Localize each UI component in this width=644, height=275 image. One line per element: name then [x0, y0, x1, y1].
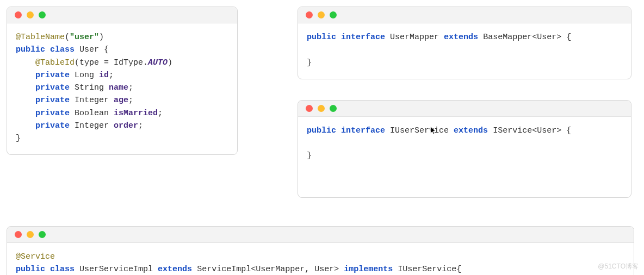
maximize-icon[interactable] [39, 231, 46, 238]
maximize-icon[interactable] [330, 105, 337, 112]
code-token: ) [168, 58, 172, 67]
close-icon[interactable] [306, 11, 313, 18]
minimize-icon[interactable] [318, 105, 325, 112]
window-titlebar [298, 101, 631, 117]
code-token: String [75, 83, 104, 92]
close-icon[interactable] [15, 231, 22, 238]
code-token: private [35, 71, 70, 80]
window-titlebar [7, 227, 634, 243]
code-token: @Service [16, 252, 55, 261]
code-token: UserServiceImpl [79, 265, 153, 274]
code-token: private [35, 109, 70, 118]
code-token: public [16, 45, 45, 54]
code-token: Integer [75, 96, 109, 105]
minimize-icon[interactable] [27, 231, 34, 238]
code-token: @TableId [35, 58, 75, 67]
code-token: extends [158, 265, 192, 274]
code-token: order [114, 121, 138, 130]
code-block: public interface IUserService extends IS… [298, 117, 631, 197]
code-token: interface [341, 126, 385, 135]
code-window-user-mapper: public interface UserMapper extends Base… [298, 7, 631, 79]
code-window-user-service-impl: @Service public class UserServiceImpl ex… [7, 226, 634, 275]
code-token: Integer [75, 121, 109, 130]
code-window-user-class: @TableName("user") public class User { @… [7, 7, 238, 155]
minimize-icon[interactable] [27, 11, 34, 18]
code-token: (type = IdType. [75, 58, 148, 67]
close-icon[interactable] [306, 105, 313, 112]
code-token: isMarried [114, 109, 158, 118]
code-token: implements [344, 265, 393, 274]
window-titlebar [7, 7, 237, 23]
code-token: ( [65, 33, 70, 42]
code-token: extends [444, 33, 478, 42]
code-token: @TableName [16, 33, 65, 42]
code-token: User [79, 45, 99, 54]
close-icon[interactable] [15, 11, 22, 18]
code-token: { [566, 126, 571, 135]
code-token: BaseMapper<User> [483, 33, 561, 42]
code-token: Long [75, 71, 94, 80]
code-token: IUserService [398, 265, 456, 274]
code-token: ServiceImpl<UserMapper, User> [197, 265, 339, 274]
code-token: } [16, 134, 21, 143]
code-token: interface [341, 33, 385, 42]
code-token: public [307, 33, 336, 42]
code-token: IService<User> [493, 126, 561, 135]
maximize-icon[interactable] [330, 11, 337, 18]
code-token: ; [109, 71, 114, 80]
code-token: { [566, 33, 571, 42]
code-token: private [35, 96, 70, 105]
code-token: ; [158, 109, 163, 118]
code-token: { [456, 265, 461, 274]
watermark-text: @51CTO博客 [598, 261, 639, 272]
code-token: public [307, 126, 336, 135]
code-block: @Service public class UserServiceImpl ex… [7, 243, 634, 275]
code-token: class [50, 265, 75, 274]
code-token: public [16, 265, 45, 274]
code-token: "user" [70, 33, 99, 42]
code-token: age [114, 96, 128, 105]
code-token: AUTO [148, 58, 168, 67]
code-block: @TableName("user") public class User { @… [7, 23, 237, 154]
code-token: extends [454, 126, 488, 135]
code-token: name [109, 83, 128, 92]
code-token: ; [138, 121, 143, 130]
code-token: { [104, 45, 109, 54]
code-block: public interface UserMapper extends Base… [298, 23, 631, 79]
code-token: private [35, 83, 70, 92]
window-titlebar [298, 7, 631, 23]
code-token: private [35, 121, 70, 130]
maximize-icon[interactable] [39, 11, 46, 18]
code-token: IUserService [390, 126, 449, 135]
code-window-iuser-service: public interface IUserService extends IS… [298, 100, 631, 198]
minimize-icon[interactable] [318, 11, 325, 18]
code-token: Boolean [75, 109, 109, 118]
code-token: ) [99, 33, 104, 42]
code-token: class [50, 45, 75, 54]
code-token: } [307, 151, 312, 160]
code-token: UserMapper [390, 33, 439, 42]
code-token: ; [128, 96, 133, 105]
code-token: } [307, 58, 312, 67]
code-token: id [99, 71, 109, 80]
code-token: ; [128, 83, 133, 92]
